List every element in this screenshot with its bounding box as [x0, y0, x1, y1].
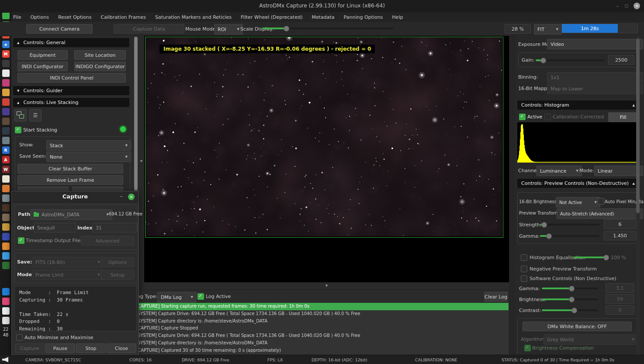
scrollbar-handle[interactable]: [636, 38, 640, 213]
mouse-mode-select[interactable]: ROI ▼: [214, 24, 243, 35]
fill-button[interactable]: Fill: [608, 112, 638, 122]
speaker-icon[interactable]: [2, 357, 8, 362]
dock-icon-wa-app[interactable]: W: [2, 166, 10, 173]
dock-icon-network-tree[interactable]: [2, 317, 10, 324]
section-header-live-stacking[interactable]: ▲ Controls: Live Stacking: [13, 98, 129, 107]
capture-button[interactable]: Capture: [15, 343, 45, 353]
dock-icon-screenshot-dark[interactable]: [2, 60, 10, 67]
sw-contrast-value-box[interactable]: 0: [606, 305, 634, 315]
menu-item-panning-options[interactable]: Panning Options: [344, 14, 383, 20]
slider-knob[interactable]: [284, 26, 289, 31]
dialog-minimize-icon[interactable]: –: [120, 193, 123, 199]
channel-select[interactable]: Luminance ▼: [537, 166, 582, 176]
stack-settings-icon-button[interactable]: ☰: [29, 109, 42, 121]
preview-transform-select[interactable]: Auto-Stretch (Advanced) ▼: [557, 208, 643, 219]
gain-slider[interactable]: [536, 59, 605, 61]
menu-item-metadata[interactable]: Metadata: [312, 14, 334, 20]
capture-mode-select[interactable]: Frame Limit ▼: [32, 270, 104, 280]
slider-knob[interactable]: [603, 255, 609, 260]
options-button[interactable]: Options: [101, 257, 134, 267]
exposure-mode-select[interactable]: Video ▼: [547, 39, 643, 49]
log-lines-list[interactable]: [CAPTURE] Starting capture run, requeste…: [132, 302, 509, 355]
dock-icon-mahjong[interactable]: [2, 175, 10, 183]
minimize-icon[interactable]: –: [616, 3, 619, 9]
section-header-preview-controls[interactable]: Controls: Preview Controls (Non-Destruct…: [517, 179, 639, 188]
pause-button[interactable]: Pause: [45, 343, 75, 353]
dock-icon-purple-app[interactable]: [2, 108, 10, 115]
brightness-compensation-checkbox[interactable]: [524, 345, 531, 351]
save-format-select[interactable]: FITS (16-Bit) ▼: [32, 257, 104, 267]
bit-mapping-select[interactable]: Map to Lower ▼: [547, 83, 643, 94]
menu-item-saturation-markers-and-reticles[interactable]: Saturation Markers and Reticles: [155, 14, 232, 20]
advanced-button[interactable]: Advanced: [81, 236, 134, 246]
slider-knob[interactable]: [569, 286, 575, 291]
indigo-configurator-button[interactable]: INDIGO Configurator: [74, 62, 126, 71]
sw-gamma-value-box[interactable]: 3.1: [606, 283, 634, 293]
menu-item-calibration-frames[interactable]: Calibration Frames: [101, 14, 146, 20]
dock-icon-pink-app[interactable]: [2, 79, 10, 87]
menu-item-reset-options[interactable]: Reset Options: [58, 14, 92, 20]
preview-gamma-slider[interactable]: [540, 235, 599, 237]
dock-icon-camera-app[interactable]: [2, 194, 10, 202]
save-seen-select[interactable]: None ▼: [46, 152, 131, 162]
dock-icon-owl-app[interactable]: [2, 204, 10, 211]
log-type-select[interactable]: DMx Log ▼: [157, 292, 197, 302]
indi-configurator-button[interactable]: INDI Configurator: [17, 62, 68, 71]
strength-slider[interactable]: [540, 224, 599, 225]
path-select[interactable]: AstroDMx_DATA ▼: [30, 209, 112, 220]
binning-select[interactable]: 1x1 ▼: [547, 72, 643, 83]
gain-value-box[interactable]: 2500: [608, 55, 634, 65]
index-input[interactable]: 31: [92, 223, 137, 232]
auto-minimise-checkbox[interactable]: [16, 334, 23, 341]
scale-display-slider[interactable]: [262, 28, 393, 29]
calibration-corrected-checkbox[interactable]: [544, 114, 551, 120]
close-button[interactable]: Close: [107, 343, 136, 353]
menu-item-filter-wheel-deprecated-[interactable]: Filter Wheel (Deprecated): [241, 14, 302, 20]
histogram-equalisation-slider[interactable]: [573, 257, 606, 258]
log-collapse-strip[interactable]: ▼: [144, 282, 509, 289]
dock-icon-edit-app[interactable]: [2, 243, 10, 250]
strength-value-box[interactable]: 6: [604, 219, 636, 229]
dock-icon-image-viewer[interactable]: [2, 89, 10, 96]
dock-icon-pink-poly[interactable]: [2, 298, 10, 305]
dock-icon-screenshot-tool[interactable]: [2, 307, 10, 315]
equipment-button[interactable]: Equipment: [17, 50, 68, 60]
sw-brightness-value-box[interactable]: 59: [606, 294, 634, 304]
stack-mode-icon-button[interactable]: [14, 109, 27, 121]
stop-button[interactable]: Stop: [76, 343, 106, 353]
algorithm-select[interactable]: Grey World ▼: [544, 334, 638, 345]
dock-icon-globe-app[interactable]: [2, 233, 10, 240]
clear-log-button[interactable]: Clear Log: [484, 292, 508, 302]
dock-icon-photo-app[interactable]: [2, 118, 10, 125]
dock-icon-gmail[interactable]: M: [2, 50, 10, 58]
capture-dialog-titlebar[interactable]: Capture – ✕: [12, 191, 138, 202]
negative-preview-checkbox[interactable]: [521, 266, 527, 272]
menu-item-help[interactable]: Help: [392, 14, 403, 20]
remove-last-frame-button[interactable]: Remove Last Frame: [17, 175, 123, 185]
setup-button[interactable]: Setup: [101, 270, 134, 280]
histogram-equalisation-checkbox[interactable]: [521, 254, 527, 261]
dialog-close-icon[interactable]: ✕: [128, 194, 135, 200]
software-controls-checkbox[interactable]: [521, 275, 527, 282]
dock-icon-photos[interactable]: [2, 69, 10, 77]
dock-icon-night-app[interactable]: [2, 127, 10, 135]
object-input[interactable]: Seagull: [34, 223, 76, 232]
section-header-histogram[interactable]: Controls: Histogram ▲: [517, 101, 639, 110]
slider-knob[interactable]: [540, 58, 546, 63]
dock-icon-display-app[interactable]: [2, 137, 10, 144]
bit-brightness-select[interactable]: Not Active ▼: [556, 197, 600, 208]
image-viewer[interactable]: Image 30 stacked ( X=-8.25 Y=-16.93 R=-0…: [144, 36, 509, 282]
sw-brightness-slider[interactable]: [542, 298, 598, 300]
collapse-down-icon[interactable]: ▼: [325, 284, 328, 288]
white-balance-button[interactable]: DMx White Balance: OFF: [523, 322, 632, 331]
sw-gamma-slider[interactable]: [542, 288, 598, 289]
show-select[interactable]: Stack ▼: [46, 140, 131, 151]
dock-icon-gold-app[interactable]: [2, 214, 10, 221]
dock-icon-rawtherapee[interactable]: R: [2, 146, 10, 154]
close-icon[interactable]: ✕: [634, 3, 640, 9]
connect-camera-button[interactable]: Connect Camera: [26, 24, 93, 34]
clear-stack-buffer-button[interactable]: Clear Stack Buffer: [17, 164, 123, 173]
section-header-general[interactable]: ▲ Controls: General: [13, 38, 129, 47]
site-location-button[interactable]: Site Location: [74, 50, 126, 60]
collapse-left-icon[interactable]: ◀: [140, 159, 142, 163]
